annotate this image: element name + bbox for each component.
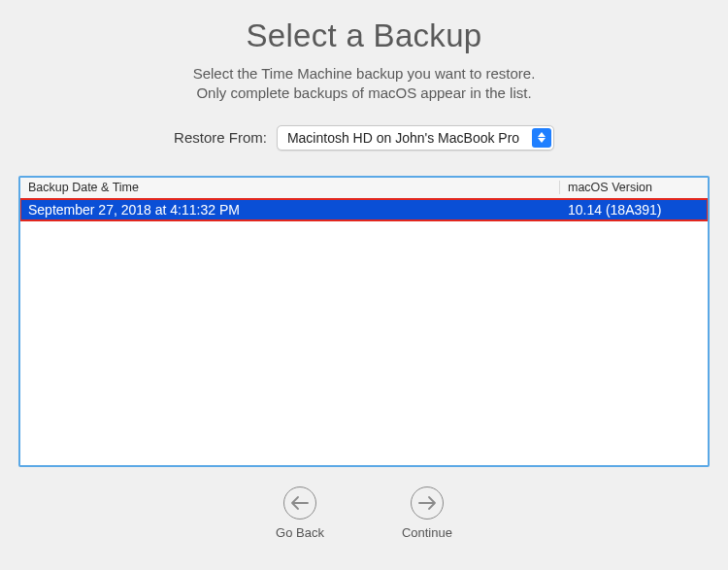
page-title: Select a Backup	[193, 17, 536, 54]
column-header-date[interactable]: Backup Date & Time	[20, 181, 560, 194]
continue-button[interactable]: Continue	[402, 486, 452, 540]
footer-actions: Go Back Continue	[276, 486, 452, 540]
restore-from-label: Restore From:	[174, 129, 267, 146]
cell-macos-version: 10.14 (18A391)	[560, 202, 708, 218]
restore-from-row: Restore From: Macintosh HD on John's Mac…	[174, 125, 554, 151]
arrow-left-icon	[283, 486, 316, 520]
go-back-button[interactable]: Go Back	[276, 486, 324, 540]
arrow-right-icon	[411, 486, 444, 520]
continue-label: Continue	[402, 525, 452, 540]
restore-from-dropdown[interactable]: Macintosh HD on John's MacBook Pro	[277, 125, 554, 151]
subtitle-line-1: Select the Time Machine backup you want …	[193, 64, 536, 84]
table-row[interactable]: September 27, 2018 at 4:11:32 PM 10.14 (…	[20, 199, 708, 220]
table-header-row: Backup Date & Time macOS Version	[20, 178, 708, 199]
subtitle-line-2: Only complete backups of macOS appear in…	[193, 84, 536, 103]
cell-backup-date: September 27, 2018 at 4:11:32 PM	[20, 202, 560, 218]
column-header-version[interactable]: macOS Version	[560, 181, 708, 194]
table-body: September 27, 2018 at 4:11:32 PM 10.14 (…	[20, 199, 708, 465]
restore-from-selected: Macintosh HD on John's MacBook Pro	[287, 130, 519, 146]
dropdown-arrows-icon	[532, 128, 551, 148]
go-back-label: Go Back	[276, 525, 324, 540]
backup-table: Backup Date & Time macOS Version Septemb…	[18, 176, 710, 467]
